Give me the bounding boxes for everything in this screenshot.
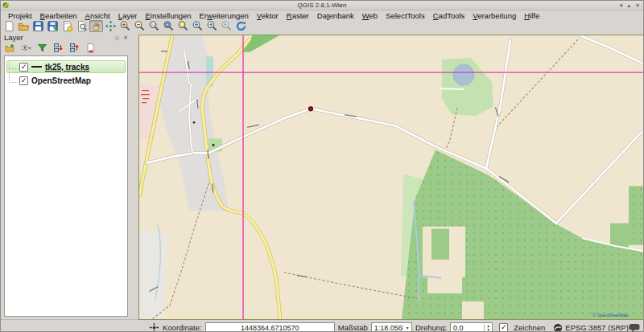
coordinate-tracking-icon[interactable] bbox=[149, 322, 159, 332]
menu-item-bearbeiten[interactable]: Bearbeiten bbox=[36, 11, 81, 20]
scale-value: 1:18.056 bbox=[372, 324, 402, 332]
osm-forest-right-2 bbox=[610, 223, 629, 248]
add-group-icon bbox=[5, 42, 15, 56]
menu-item-layer[interactable]: Layer bbox=[114, 11, 142, 20]
coordinate-label: Koordinate: bbox=[163, 323, 202, 332]
rotation-label: Drehung: bbox=[415, 323, 447, 332]
layers-panel-title: Layer bbox=[4, 33, 23, 42]
layer-name: OpenStreetMap bbox=[31, 76, 91, 85]
town-poi-marker bbox=[193, 121, 196, 124]
maximize-window-button[interactable]: ▴ bbox=[628, 2, 631, 9]
zoom-native-icon: 1:1 bbox=[148, 20, 160, 32]
new-project-button[interactable] bbox=[2, 20, 16, 32]
zoom-last-icon bbox=[206, 20, 218, 32]
scale-combobox[interactable]: 1:18.056 ▾ bbox=[371, 322, 412, 332]
messages-balloon-icon[interactable] bbox=[629, 323, 640, 332]
menu-item-ansicht[interactable]: Ansicht bbox=[81, 11, 114, 20]
osm-forest-right-dots bbox=[629, 186, 644, 245]
park-poi-marker bbox=[212, 144, 214, 146]
chevron-down-icon[interactable]: ▾ bbox=[402, 325, 411, 330]
status-bar: Koordinate: 1448364,6710570 Maßstab 1:18… bbox=[1, 319, 643, 332]
menu-item-vektor[interactable]: Vektor bbox=[253, 11, 283, 20]
osm-clearing-3 bbox=[462, 301, 484, 319]
close-panel-button[interactable]: ✕ bbox=[123, 34, 128, 41]
menu-item-einstellungen[interactable]: Einstellungen bbox=[142, 11, 196, 20]
refresh-button[interactable] bbox=[234, 20, 248, 32]
layer-line-symbol bbox=[31, 66, 42, 68]
pan-to-selection-icon bbox=[105, 20, 117, 32]
menu-item-raster[interactable]: Raster bbox=[283, 11, 313, 20]
render-checkbox[interactable]: ✓ bbox=[499, 323, 508, 332]
expand-all-button[interactable] bbox=[52, 43, 64, 55]
layer-tree[interactable]: ✓tk25, tracks✓OpenStreetMap bbox=[4, 55, 128, 317]
zoom-native-button[interactable]: 1:1 bbox=[147, 20, 161, 32]
main-toolbar: 1:1 bbox=[1, 20, 643, 32]
composer-manager-icon bbox=[76, 20, 88, 32]
layer-name: tk25, tracks bbox=[45, 63, 89, 72]
osm-forest-island bbox=[431, 229, 449, 260]
zoom-in-button[interactable] bbox=[118, 20, 132, 32]
manage-visibility-button[interactable] bbox=[19, 43, 32, 55]
add-group-button[interactable] bbox=[3, 43, 16, 55]
close-window-button[interactable]: ✕ bbox=[635, 2, 640, 9]
refresh-icon bbox=[235, 20, 247, 32]
menu-item-web[interactable]: Web bbox=[358, 11, 382, 20]
main-area: Layer ◇✕ ✓tk25, tracks✓OpenStreetMap bbox=[1, 32, 643, 319]
zoom-out-button[interactable] bbox=[133, 20, 147, 32]
crs-status-button[interactable]: EPSG:3857 (SRP) bbox=[553, 323, 629, 332]
zoom-out-icon bbox=[134, 20, 146, 32]
menu-bar: ProjektBearbeitenAnsichtLayerEinstellung… bbox=[1, 10, 643, 20]
pan-to-selection-button[interactable] bbox=[104, 20, 118, 32]
layers-panel: Layer ◇✕ ✓tk25, tracks✓OpenStreetMap bbox=[1, 32, 131, 319]
tree-guide bbox=[9, 74, 18, 83]
menu-item-selecttools[interactable]: SelectTools bbox=[382, 11, 429, 20]
menu-item-hilfe[interactable]: Hilfe bbox=[520, 11, 543, 20]
menu-item-erweiterungen[interactable]: Erweiterungen bbox=[196, 11, 253, 20]
shade-window-button[interactable]: ▾ bbox=[620, 2, 623, 9]
zoom-next-button[interactable] bbox=[220, 20, 233, 32]
svg-text:1:1: 1:1 bbox=[151, 23, 155, 27]
save-project-button[interactable] bbox=[31, 20, 45, 32]
collapse-all-icon bbox=[69, 42, 80, 56]
menu-item-datenbank[interactable]: Datenbank bbox=[313, 11, 358, 20]
filter-legend-button[interactable] bbox=[35, 43, 48, 55]
rotation-spinbox[interactable]: 0.0 ▲▼ bbox=[450, 322, 493, 332]
zoom-full-button[interactable] bbox=[162, 20, 175, 32]
crs-text: EPSG:3857 (SRP) bbox=[565, 323, 629, 332]
remove-layer-icon bbox=[85, 42, 96, 56]
zoom-full-icon bbox=[163, 20, 175, 32]
float-panel-button[interactable]: ◇ bbox=[115, 34, 119, 41]
pan-map-icon bbox=[90, 20, 102, 32]
save-project-as-button[interactable] bbox=[46, 20, 60, 32]
osm-pond bbox=[453, 64, 474, 85]
new-composer-button[interactable] bbox=[60, 20, 74, 32]
menu-item-cadtools[interactable]: CadTools bbox=[429, 11, 469, 20]
collapse-all-button[interactable] bbox=[68, 43, 80, 55]
remove-layer-button[interactable] bbox=[84, 43, 97, 55]
zoom-to-layer-icon bbox=[192, 20, 204, 32]
spinner-arrows-icon[interactable]: ▲▼ bbox=[484, 324, 492, 332]
open-project-button[interactable] bbox=[17, 20, 31, 32]
expand-all-icon bbox=[53, 42, 64, 56]
zoom-last-button[interactable] bbox=[205, 20, 219, 32]
layer-checkbox[interactable]: ✓ bbox=[19, 76, 28, 85]
map-canvas[interactable]: © OpenStreetMap bbox=[138, 35, 644, 320]
save-project-icon bbox=[32, 20, 44, 32]
menu-item-projekt[interactable]: Projekt bbox=[4, 11, 36, 20]
scale-label: Maßstab bbox=[338, 323, 368, 332]
layer-row-1[interactable]: ✓OpenStreetMap bbox=[6, 74, 126, 87]
menu-item-verarbeitung[interactable]: Verarbeitung bbox=[469, 11, 520, 20]
layer-checkbox[interactable]: ✓ bbox=[19, 63, 28, 72]
osm-clearing-2 bbox=[427, 271, 462, 293]
render-label: Zeichnen bbox=[514, 323, 545, 332]
zoom-to-selection-button[interactable] bbox=[176, 20, 190, 32]
zoom-in-icon bbox=[119, 20, 131, 32]
composer-manager-button[interactable] bbox=[75, 20, 89, 32]
zoom-to-layer-button[interactable] bbox=[191, 20, 204, 32]
save-project-as-icon bbox=[47, 20, 59, 32]
tree-guide bbox=[9, 60, 18, 69]
pan-map-button[interactable] bbox=[89, 20, 103, 32]
title-bar: QGIS 2.8.1-Wien ▾▴✕ bbox=[1, 1, 643, 10]
layer-row-0[interactable]: ✓tk25, tracks bbox=[6, 60, 126, 73]
coordinate-input[interactable]: 1448364,6710570 bbox=[205, 322, 335, 332]
